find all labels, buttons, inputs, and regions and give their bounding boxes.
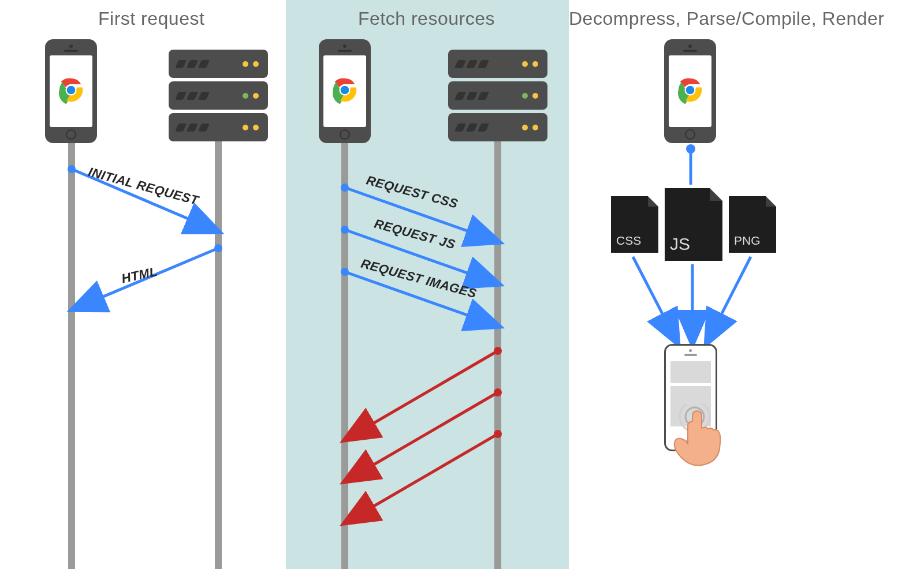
svg-line-13 <box>347 392 498 480</box>
file-label: CSS <box>616 234 641 248</box>
file-png-icon: PNG <box>729 196 776 253</box>
file-label: PNG <box>734 234 761 248</box>
file-js-icon: JS <box>665 188 722 261</box>
svg-line-15 <box>347 434 498 522</box>
svg-point-23 <box>67 86 76 95</box>
server-stack-1 <box>169 50 268 145</box>
svg-point-26 <box>341 86 349 95</box>
diagram-stage: First request Fetch resources Decompress… <box>0 0 924 569</box>
chrome-logo-icon <box>675 74 706 108</box>
svg-line-18 <box>633 257 677 342</box>
phone-client-3 <box>664 39 716 143</box>
svg-line-11 <box>347 351 498 439</box>
phone-client-1 <box>45 39 97 143</box>
svg-point-29 <box>686 86 695 95</box>
file-label: JS <box>670 234 690 254</box>
chrome-logo-icon <box>55 74 87 108</box>
chrome-logo-icon <box>329 74 360 108</box>
touch-hand-icon <box>667 404 742 479</box>
server-stack-2 <box>448 50 547 145</box>
file-css-icon: CSS <box>611 196 658 253</box>
phone-client-2 <box>319 39 371 143</box>
svg-line-20 <box>707 257 751 342</box>
